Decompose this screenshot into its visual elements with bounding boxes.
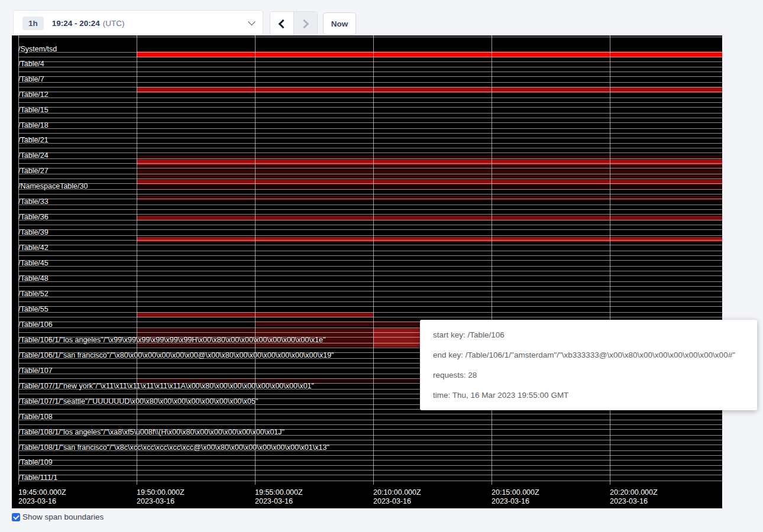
span-boundary-line: [18, 271, 722, 271]
span-label: /Table/42: [18, 244, 49, 252]
prev-window-button[interactable]: [270, 12, 294, 36]
span-label: /Table/107/1/"seattle"/"UUUUUUD\x00\x80\…: [18, 397, 258, 406]
span-boundary-line: [18, 57, 722, 57]
span-boundary-line: [18, 205, 722, 205]
span-boundaries-row: Show span boundaries: [12, 512, 104, 521]
span-boundary-line: [18, 113, 722, 113]
span-boundary-line: [18, 209, 722, 210]
span-boundary-line: [18, 317, 722, 317]
span-label: /Table/21: [18, 136, 49, 144]
span-boundary-line: [18, 143, 722, 144]
tooltip-line: requests: 28: [433, 365, 744, 385]
span-boundary-line: [18, 158, 722, 159]
span-label: /Table/109: [18, 458, 53, 466]
span-label: /Table/18: [18, 121, 49, 129]
x-axis-tick: 19:50:00.000Z2023-03-16: [137, 488, 185, 506]
span-label: /Table/33: [18, 197, 49, 206]
span-label: /Table/106/1/"san francisco"/"\x80\x00\x…: [18, 351, 334, 359]
span-boundary-line: [18, 465, 722, 466]
span-boundary-line: [18, 229, 722, 230]
span-boundary-line: [18, 153, 722, 153]
span-label: /Table/24: [18, 151, 49, 160]
span-label: /Table/106/1/"los angeles"/"\x99\x99\x99…: [18, 336, 325, 344]
span-label: /NamespaceTable/30: [18, 182, 88, 190]
x-axis-tick: 20:20:00.000Z2023-03-16: [610, 488, 658, 506]
time-range-selector[interactable]: 1h 19:24 - 20:24 (UTC): [13, 10, 263, 36]
span-label: /Table/108/1/"san francisco"/"\x8c\xcc\x…: [18, 443, 329, 452]
span-boundary-line: [18, 67, 722, 67]
span-boundary-line: [18, 122, 722, 123]
span-boundary-line: [18, 424, 722, 425]
next-window-button[interactable]: [294, 12, 318, 36]
span-boundary-line: [18, 72, 722, 72]
span-boundary-line: [18, 275, 722, 276]
span-boundary-line: [18, 245, 722, 245]
span-boundary-line: [18, 470, 722, 471]
span-label: /Table/12: [18, 90, 49, 99]
span-boundary-line: [18, 286, 722, 287]
span-boundary-line: [18, 301, 722, 302]
span-boundary-line: [18, 194, 722, 194]
span-boundary-line: [18, 199, 722, 199]
span-label: /Table/55: [18, 305, 49, 313]
tooltip-line: time: Thu, 16 Mar 2023 19:55:00 GMT: [433, 385, 744, 406]
span-label: /Table/108/1/"los angeles"/"\xa8\xf5\u00…: [18, 428, 284, 436]
span-boundary-line: [18, 183, 722, 184]
heatmap-tooltip: start key: /Table/106end key: /Table/106…: [420, 320, 757, 410]
time-window-nav: [270, 11, 318, 37]
now-button[interactable]: Now: [323, 12, 356, 35]
span-boundary-line: [18, 138, 722, 138]
span-label: /Table/48: [18, 274, 49, 283]
span-boundary-line: [18, 37, 722, 37]
span-boundary-line: [18, 225, 722, 225]
span-label: /Table/108: [18, 413, 53, 421]
x-axis-tick: 20:15:00.000Z2023-03-16: [492, 488, 539, 506]
heat-band: [137, 160, 722, 165]
span-boundary-line: [18, 102, 722, 103]
time-gridline: [255, 35, 256, 485]
span-boundary-line: [18, 235, 722, 236]
chevron-down-icon: [248, 18, 256, 25]
time-range-label: 19:24 - 20:24: [52, 19, 100, 28]
chevron-right-icon: [299, 20, 309, 29]
span-label: /Table/45: [18, 259, 49, 267]
span-label: /Table/39: [18, 228, 49, 236]
span-label: /Table/15: [18, 106, 49, 114]
span-boundary-line: [18, 118, 722, 118]
time-gridline: [610, 35, 610, 485]
span-boundary-line: [18, 148, 722, 148]
span-boundary-line: [18, 481, 722, 481]
tooltip-line: start key: /Table/106: [433, 325, 744, 345]
span-boundary-line: [18, 87, 722, 87]
key-visualizer-canvas[interactable]: /System/tsd/Table/4/Table/7/Table/12/Tab…: [12, 35, 722, 508]
tooltip-line: end key: /Table/106/1/"amsterdam"/"\xb33…: [433, 345, 744, 365]
span-label: /Table/106: [18, 320, 53, 329]
span-label: /System/tsd: [18, 45, 57, 53]
span-boundary-line: [18, 174, 722, 174]
x-axis-tick: 19:45:00.000Z2023-03-16: [18, 488, 66, 506]
show-span-boundaries-checkbox[interactable]: [12, 513, 20, 521]
span-boundary-line: [18, 420, 722, 420]
span-boundary-line: [18, 214, 722, 215]
span-boundary-line: [18, 128, 722, 129]
heat-band: [137, 237, 722, 242]
span-boundary-line: [18, 82, 722, 83]
time-gridline: [373, 35, 374, 485]
span-label: /Table/111/1: [18, 473, 57, 482]
span-boundary-line: [18, 281, 722, 282]
span-boundary-line: [18, 240, 722, 241]
span-boundary-line: [18, 255, 722, 256]
time-range-badge: 1h: [22, 17, 44, 30]
span-label: /Table/36: [18, 213, 49, 221]
span-label: /Table/27: [18, 167, 49, 175]
span-label: /Table/107/1/"new york"/"\x11\x11\x11\x1…: [18, 382, 314, 390]
span-boundary-line: [18, 168, 722, 168]
span-boundary-line: [18, 414, 722, 414]
span-label: /Table/4: [18, 60, 44, 68]
span-label: /Table/7: [18, 75, 44, 83]
span-boundary-line: [18, 266, 722, 267]
span-boundary-line: [18, 61, 722, 62]
span-boundary-line: [18, 189, 722, 190]
x-axis-tick: 19:55:00.000Z2023-03-16: [255, 488, 303, 506]
span-boundary-line: [18, 440, 722, 440]
